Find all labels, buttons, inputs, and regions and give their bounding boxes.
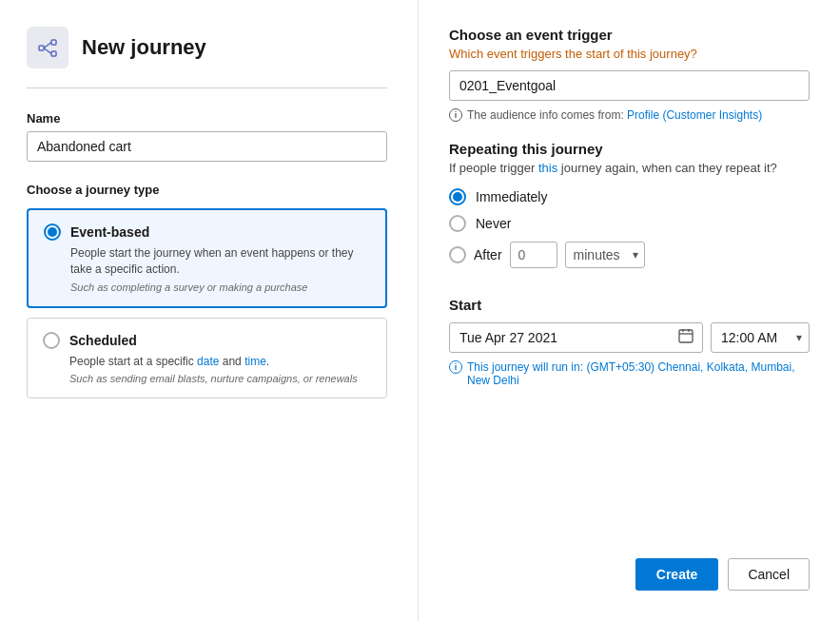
right-panel: Choose an event trigger Which event trig… xyxy=(419,0,840,621)
scheduled-header: Scheduled xyxy=(43,332,371,349)
svg-rect-1 xyxy=(51,40,56,45)
scheduled-option[interactable]: Scheduled People start at a specific dat… xyxy=(27,318,387,399)
event-based-radio[interactable] xyxy=(44,223,61,241)
info-icon: i xyxy=(449,108,462,122)
timezone-info: i This journey will run in: (GMT+05:30) … xyxy=(449,360,810,387)
trigger-title: Choose an event trigger xyxy=(449,27,810,43)
new-journey-dialog: New journey Name Choose a journey type E… xyxy=(0,0,840,621)
journey-type-label: Choose a journey type xyxy=(27,183,387,197)
after-value-input[interactable] xyxy=(510,242,557,268)
footer-buttons: Create Cancel xyxy=(449,520,810,591)
timezone-info-icon: i xyxy=(449,360,462,374)
profile-link[interactable]: Profile (Customer Insights) xyxy=(627,108,762,122)
event-based-header: Event-based xyxy=(44,223,370,241)
after-radio[interactable] xyxy=(449,246,466,263)
start-section: Start 12:00 AM xyxy=(449,297,810,387)
date-input-wrapper xyxy=(449,322,703,353)
start-time-select[interactable]: 12:00 AM 1:00 AM 2:00 AM 12:00 PM xyxy=(711,322,810,353)
immediately-label: Immediately xyxy=(476,189,547,204)
immediately-radio[interactable] xyxy=(449,188,466,205)
event-trigger-input[interactable] xyxy=(449,70,810,101)
minutes-select-wrapper: minutes hours days xyxy=(565,242,645,268)
start-title: Start xyxy=(449,297,810,313)
dialog-header: New journey xyxy=(27,27,387,68)
scheduled-desc: People start at a specific date and time… xyxy=(69,354,371,370)
after-label: After xyxy=(474,247,502,262)
never-label: Never xyxy=(476,216,511,231)
name-label: Name xyxy=(27,111,387,126)
after-option[interactable]: After minutes hours days xyxy=(449,242,810,268)
svg-line-3 xyxy=(44,43,51,49)
event-based-desc: People start the journey when an event h… xyxy=(70,245,370,278)
timezone-text: This journey will run in: (GMT+05:30) Ch… xyxy=(467,360,810,387)
svg-rect-2 xyxy=(51,51,56,56)
journey-icon xyxy=(27,27,68,68)
event-based-option[interactable]: Event-based People start the journey whe… xyxy=(27,208,387,308)
header-divider xyxy=(27,87,387,88)
cancel-button[interactable]: Cancel xyxy=(728,558,810,591)
svg-rect-0 xyxy=(39,46,44,50)
audience-info-row: i The audience info comes from: Profile … xyxy=(449,108,810,122)
left-panel: New journey Name Choose a journey type E… xyxy=(0,0,419,621)
event-based-title: Event-based xyxy=(70,224,149,240)
never-radio[interactable] xyxy=(449,215,466,232)
audience-info-text: The audience info comes from: Profile (C… xyxy=(467,108,762,122)
start-inputs-row: 12:00 AM 1:00 AM 2:00 AM 12:00 PM xyxy=(449,322,810,353)
name-input[interactable] xyxy=(27,131,387,162)
trigger-subtitle: Which event triggers the start of this j… xyxy=(449,47,810,61)
repeat-title: Repeating this journey xyxy=(449,141,810,157)
event-based-radio-dot xyxy=(48,227,57,237)
scheduled-title: Scheduled xyxy=(69,333,137,348)
event-based-example: Such as completing a survey or making a … xyxy=(70,281,370,293)
dialog-title: New journey xyxy=(82,35,206,60)
immediately-option[interactable]: Immediately xyxy=(449,188,810,205)
repeat-subtitle: If people trigger this journey again, wh… xyxy=(449,161,810,175)
immediately-radio-dot xyxy=(453,192,462,202)
scheduled-radio[interactable] xyxy=(43,332,60,349)
create-button[interactable]: Create xyxy=(635,558,719,591)
start-date-input[interactable] xyxy=(449,322,703,353)
never-option[interactable]: Never xyxy=(449,215,810,232)
svg-line-4 xyxy=(44,49,51,54)
time-select-wrapper: 12:00 AM 1:00 AM 2:00 AM 12:00 PM xyxy=(711,322,810,353)
scheduled-example: Such as sending email blasts, nurture ca… xyxy=(69,373,371,384)
minutes-select[interactable]: minutes hours days xyxy=(565,242,645,268)
